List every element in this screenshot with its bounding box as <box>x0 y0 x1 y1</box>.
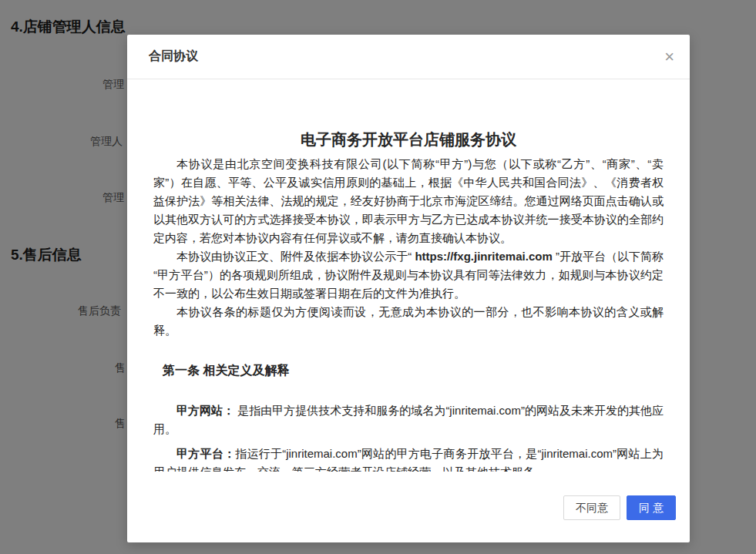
disagree-button[interactable]: 不同意 <box>563 495 620 520</box>
platform-url: https://fxg.jinritemai.com <box>415 250 552 263</box>
definition-term: 甲方网站： <box>176 404 234 417</box>
agree-button[interactable]: 同 意 <box>627 495 676 520</box>
agreement-title: 电子商务开放平台店铺服务协议 <box>153 129 664 150</box>
close-icon[interactable]: × <box>664 49 674 65</box>
agreement-paragraph-2: 本协议由协议正文、附件及依据本协议公示于“ https://fxg.jinrit… <box>153 247 664 303</box>
agreement-scroll-area[interactable]: 电子商务开放平台店铺服务协议 本协议是由北京空间变换科技有限公司(以下简称“甲方… <box>127 79 690 472</box>
agreement-section-1-heading: 第一条 相关定义及解释 <box>153 361 664 380</box>
definition-term: 甲方平台： <box>176 447 235 460</box>
agreement-paragraph-1: 本协议是由北京空间变换科技有限公司(以下简称“甲方”)与您（以下或称“乙方”、“… <box>153 155 664 247</box>
modal-footer: 不同意 同 意 <box>563 495 676 520</box>
modal-title: 合同协议 <box>149 49 198 65</box>
agreement-paragraph-3: 本协议各条的标题仅为方便阅读而设，无意成为本协议的一部分，也不影响本协议的含义或… <box>153 303 664 340</box>
contract-agreement-modal: 合同协议 × 电子商务开放平台店铺服务协议 本协议是由北京空间变换科技有限公司(… <box>127 35 690 542</box>
definition-jiafang-website: 甲方网站： 是指由甲方提供技术支持和服务的域名为“jinritemai.com”… <box>153 401 664 438</box>
modal-header: 合同协议 × <box>127 35 690 79</box>
definition-jiafang-platform: 甲方平台：指运行于“jinritemai.com”网站的甲方电子商务开放平台，是… <box>153 445 664 472</box>
paragraph-2-text-pre: 本协议由协议正文、附件及依据本协议公示于“ <box>176 250 415 263</box>
